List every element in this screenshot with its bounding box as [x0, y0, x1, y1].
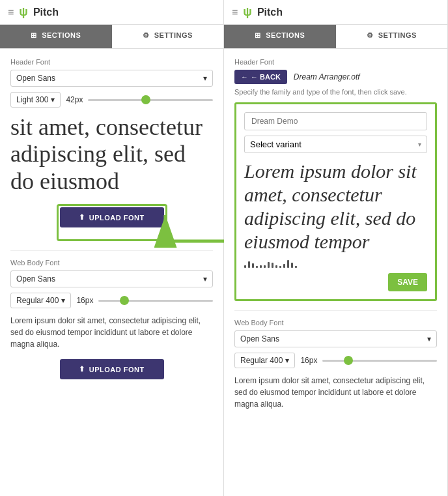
body-size-slider-container-right — [322, 360, 437, 362]
body-size-slider-left[interactable] — [98, 300, 213, 302]
waveform-right — [244, 259, 427, 268]
file-name-right: Dream Arranger.otf — [294, 72, 360, 81]
grid-icon-left: ⊞ — [31, 31, 37, 39]
right-tabs: ⊞ Sections ⚙ Settings — [224, 25, 447, 49]
chevron-down-icon-left: ▾ — [203, 74, 207, 83]
header-preview-left: sit amet, consectetur adipiscing elit, s… — [10, 114, 213, 195]
font-upload-box-right: Select variant ▾ Lorem ipsum dolor sit a… — [234, 102, 437, 301]
web-body-label-left: Web Body Font — [10, 259, 213, 267]
body-size-slider-container-left — [98, 300, 213, 302]
body-weight-size-row-right: Regular 400 ▾ 16px — [234, 353, 437, 368]
right-topbar: ≡ ψ Pitch — [224, 0, 447, 25]
tab-settings-left[interactable]: ⚙ Settings — [112, 25, 224, 48]
tab-sections-left[interactable]: ⊞ Sections — [0, 25, 112, 48]
web-body-label-right: Web Body Font — [234, 319, 437, 327]
right-content: Header Font ← ← BACK Dream Arranger.otf … — [224, 49, 447, 496]
upload-body-font-wrapper-left: ⬆ Upload Font — [10, 359, 213, 390]
header-size-slider-left[interactable] — [88, 99, 213, 101]
instruction-text-right: Specify the family and type of the font,… — [234, 88, 437, 96]
right-panel: ≡ ψ Pitch ⊞ Sections ⚙ Settings Header F… — [224, 0, 448, 496]
hamburger-icon-right[interactable]: ≡ — [232, 7, 238, 18]
upload-body-font-button-left[interactable]: ⬆ Upload Font — [60, 359, 164, 379]
body-font-family-dropdown-right[interactable]: Open Sans ▾ — [234, 330, 437, 347]
header-size-slider-container-left — [88, 99, 213, 101]
tab-settings-right[interactable]: ⚙ Settings — [336, 25, 448, 48]
body-preview-right: Lorem ipsum dolor sit amet, consectetur … — [234, 375, 437, 410]
app-title-left: Pitch — [33, 7, 59, 18]
tab-sections-right[interactable]: ⊞ Sections — [224, 25, 336, 48]
logo-icon-right: ψ — [243, 5, 252, 19]
body-size-label-left: 16px — [76, 296, 93, 305]
font-preview-right: Lorem ipsum dolor sit amet, consectetur … — [244, 160, 427, 254]
header-size-label-left: 42px — [66, 95, 83, 104]
body-weight-caret-right: ▾ — [285, 356, 289, 365]
gear-icon-left: ⚙ — [143, 31, 150, 39]
body-preview-left: Lorem ipsum dolor sit amet, consectetur … — [10, 315, 213, 350]
left-panel: ≡ ψ Pitch ⊞ Sections ⚙ Settings Header F… — [0, 0, 224, 496]
body-weight-caret-left: ▾ — [61, 296, 65, 305]
header-font-family-dropdown-left[interactable]: Open Sans ▾ — [10, 70, 213, 87]
body-weight-dropdown-right[interactable]: Regular 400 ▾ — [234, 353, 295, 368]
gear-icon-right: ⚙ — [367, 31, 374, 39]
body-font-family-dropdown-left[interactable]: Open Sans ▾ — [10, 270, 213, 287]
app-title-right: Pitch — [257, 7, 283, 18]
left-tabs: ⊞ Sections ⚙ Settings — [0, 25, 223, 49]
body-font-caret-right: ▾ — [427, 334, 431, 343]
header-weight-size-row-left: Light 300 ▾ 42px — [10, 92, 213, 108]
body-size-slider-right[interactable] — [322, 360, 437, 362]
body-weight-size-row-left: Regular 400 ▾ 16px — [10, 293, 213, 308]
back-row-right: ← ← BACK Dream Arranger.otf — [234, 70, 437, 84]
header-font-label-left: Header Font — [10, 58, 213, 66]
back-button-right[interactable]: ← ← BACK — [234, 70, 287, 84]
web-body-section-right: Web Body Font Open Sans ▾ Regular 400 ▾ … — [234, 310, 437, 410]
web-body-section-left: Web Body Font Open Sans ▾ Regular 400 ▾ … — [10, 250, 213, 390]
grid-icon-right: ⊞ — [255, 31, 261, 39]
upload-icon2-left: ⬆ — [79, 365, 85, 373]
left-content: Header Font Open Sans ▾ Light 300 ▾ 42px… — [0, 49, 223, 496]
header-font-label-right: Header Font — [234, 58, 437, 66]
logo-icon: ψ — [19, 5, 28, 19]
font-name-input-right[interactable] — [244, 112, 427, 130]
variant-caret-right: ▾ — [418, 141, 421, 148]
back-arrow-icon: ← — [241, 73, 248, 81]
upload-font-button-left[interactable]: ⬆ Upload Font — [60, 207, 164, 227]
upload-font-highlight-left: ⬆ Upload Font — [57, 204, 167, 241]
weight-caret-left: ▾ — [51, 95, 55, 104]
left-topbar: ≡ ψ Pitch — [0, 0, 223, 25]
body-size-label-right: 16px — [300, 356, 317, 365]
variant-dropdown-right[interactable]: Select variant ▾ — [244, 136, 427, 153]
body-weight-dropdown-left[interactable]: Regular 400 ▾ — [10, 293, 71, 308]
header-weight-dropdown-left[interactable]: Light 300 ▾ — [10, 92, 61, 108]
save-button-right[interactable]: SAVE — [388, 273, 427, 291]
upload-icon-left: ⬆ — [79, 213, 85, 222]
body-font-caret-left: ▾ — [203, 274, 207, 284]
upload-font-wrapper-left: ⬆ Upload Font — [10, 204, 213, 241]
hamburger-icon[interactable]: ≡ — [8, 7, 14, 18]
